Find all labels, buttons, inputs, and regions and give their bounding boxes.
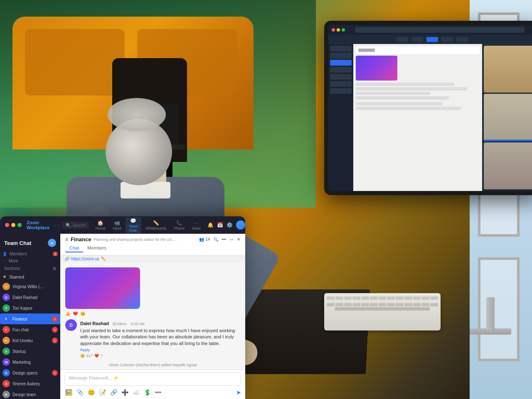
settings-icon[interactable]: ⚙️ [227,222,233,228]
sidebar-item-startup[interactable]: S Startup [0,346,60,357]
search-icon: 🔍 [66,223,71,228]
sidebar-item-sheree[interactable]: S Sheree Aubrey [0,378,60,389]
nav-meet-label: Meet [113,226,121,230]
avatar-sheree: S [2,380,10,387]
close-btn[interactable]: ✕ [237,237,240,242]
chat-tabs: Chat Members [65,244,240,252]
avatar-funchat: F [2,326,10,333]
sidebar-item-funchat[interactable]: F Fun chat 1 [0,324,60,335]
close-dot[interactable] [5,223,9,227]
funchat-badge: 1 [52,327,58,333]
nav-more[interactable]: ··· More [189,219,204,231]
send-btn[interactable]: ➤ [236,389,241,396]
chat-header: # Finance Planning and sharing projects … [60,234,245,255]
keyboard [324,293,441,330]
item-label-tori: Tori Kajare [12,306,32,311]
sidebar-item-kid[interactable]: K Kid Umeku 1 [0,335,60,346]
link-url[interactable]: https://zoom.us [71,257,99,261]
reply-btn[interactable]: Reply [80,348,90,352]
reaction-count-617: 617 [86,354,93,358]
sidebar-item-designteam[interactable]: D Design team [0,389,60,399]
monitor-screen [328,25,532,191]
creative-icon[interactable]: ⚡ [113,375,119,380]
channel-name: Finance [71,236,91,242]
heart-reaction[interactable]: ❤️ [73,311,78,316]
chat-input-box[interactable]: Message FinanceA... ⚡ [64,372,241,386]
forward-btn[interactable]: › [58,223,59,228]
nav-home[interactable]: 🏠 Home [92,219,109,231]
window-controls [5,223,22,227]
hashtag-icon: # [65,236,68,242]
sidebar-item-virginia[interactable]: V Virginia Willis (You) [0,281,60,292]
message-toolbar: 😊 617 ❤️ 7 [80,354,240,358]
sidebar-item-finance[interactable]: F Finance 1 [0,313,60,324]
chat-link-bar: 🔗 https://zoom.us ✏️ [60,255,245,262]
sender-dalel: Dalel Rashad [80,321,109,326]
note-tool-btn[interactable]: 📝 [98,388,107,397]
bell-icon[interactable]: 🔔 [207,222,214,228]
search-chat-btn[interactable]: 🔍 [213,237,218,242]
cloud-tool-btn[interactable]: ☁️ [132,388,140,397]
item-label-sheree: Sheree Aubrey [12,382,40,386]
close-icon: ✕ [237,237,240,242]
item-label-finance: Finance [12,317,27,321]
calendar-icon[interactable]: 📅 [217,222,223,228]
messages-area[interactable]: 👍 ❤️ 😊 D Dalel Rashad @Atkins 9:20 AM I … [60,262,245,370]
person-hair [108,98,166,131]
reaction-heart[interactable]: ❤️ [94,354,99,358]
home-icon: 🏠 [97,220,103,226]
back-btn[interactable]: ‹ [54,223,56,228]
attach-tool-btn[interactable]: 📎 [76,388,84,397]
system-message: Alison Coleman (she/her/them) added Maye… [65,363,240,367]
more-tool-btn[interactable]: ••• [154,388,162,397]
sidebar-item-designspecs[interactable]: D Design specs 1 [0,367,60,378]
avatar-marketing: M [2,358,10,366]
sidebar-header: Team Chat + [0,237,60,250]
link-icon: 🔗 [64,257,69,261]
monitor-stand [486,297,495,330]
link-tool-btn[interactable]: 🔗 [109,388,118,397]
minimize-btn[interactable]: — [229,237,234,242]
maximize-dot[interactable] [17,223,22,227]
members-count-btn[interactable]: 👥 14 [199,237,210,242]
user-avatar[interactable] [236,220,245,230]
member-count: 14 [205,237,210,242]
kid-badge: 1 [52,338,58,343]
sidebar-members-row[interactable]: 👤 Members 1 [0,250,60,257]
sidebar-starred[interactable]: ★ Starred [0,272,60,281]
avatar-kid: K [2,337,10,344]
avatar-tori: T [2,304,10,312]
avatar-finance: F [2,315,10,323]
sections-header[interactable]: Sections ⊞ [0,264,60,272]
sidebar-item-dalel[interactable]: D Dalel Rashad [0,292,60,303]
nav-phone[interactable]: 📞 Phone [170,219,188,231]
item-label-funchat: Fun chat [12,328,29,332]
nav-home-label: Home [96,226,106,230]
thumbs-up-reaction[interactable]: 👍 [65,311,70,316]
nav-teamchat[interactable]: 💬 Team Chat [126,217,141,233]
item-label-marketing: Marketing [12,360,31,365]
nav-whiteboards[interactable]: ✏️ Whiteboards [142,219,170,231]
search-box[interactable]: 🔍 Search [62,222,89,229]
more-options-btn[interactable]: ••• [222,237,226,242]
minimize-dot[interactable] [11,223,15,227]
sidebar-item-marketing[interactable]: M Marketing [0,357,60,367]
sidebar-title: Team Chat [4,240,32,246]
add-channel-button[interactable]: + [48,239,56,247]
emoji-btn[interactable]: 😊 [80,354,85,358]
nav-meet[interactable]: 📹 Meet [110,219,125,231]
image-tool-btn[interactable]: 🖼️ [64,388,73,397]
smile-reaction[interactable]: 😊 [80,311,85,316]
plus-tool-btn[interactable]: ➕ [121,388,129,397]
emoji-tool-btn[interactable]: 😊 [87,388,96,397]
dollar-tool-btn[interactable]: 💲 [143,388,152,397]
link-edit-icon[interactable]: ✏️ [101,257,106,261]
tab-members[interactable]: Members [83,244,111,252]
sofa-cushion-left [25,29,125,95]
item-label-virginia: Virginia Willis (You) [12,284,46,289]
app-topbar: Zoom Workplace ‹ › 🔍 Search 🏠 Home 📹 Mee… [0,216,245,234]
sidebar-more-row[interactable]: ⋯ More [0,257,60,264]
sidebar-item-tori[interactable]: T Tori Kajare [0,303,60,313]
tab-chat[interactable]: Chat [65,244,83,252]
avatar-designteam: D [2,391,10,398]
